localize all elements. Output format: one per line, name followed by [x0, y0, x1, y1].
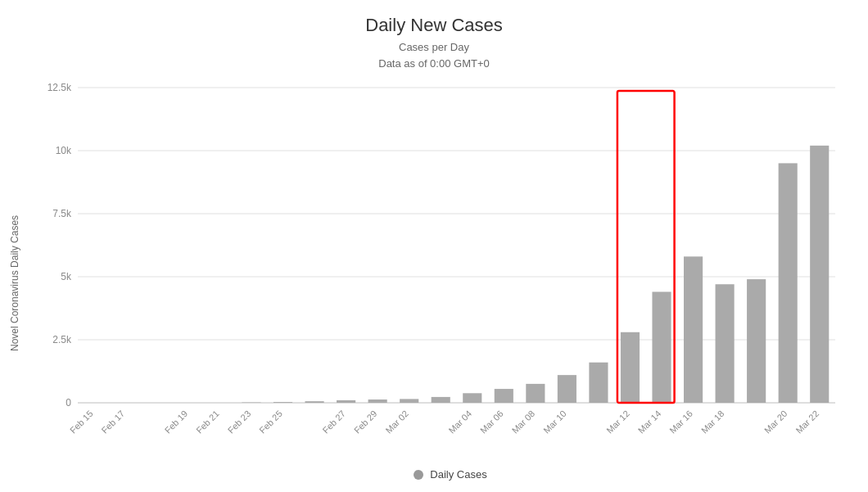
svg-text:Feb 17: Feb 17 [100, 408, 127, 436]
svg-rect-36 [810, 146, 829, 403]
legend-dot [414, 470, 423, 480]
svg-text:Feb 29: Feb 29 [352, 408, 379, 436]
svg-rect-23 [400, 399, 418, 403]
svg-text:10k: 10k [56, 145, 72, 156]
svg-text:Feb 15: Feb 15 [68, 408, 95, 436]
chart-subtitle: Cases per Day Data as of 0:00 GMT+0 [378, 39, 489, 71]
svg-rect-27 [526, 384, 545, 403]
svg-text:Mar 06: Mar 06 [478, 408, 505, 436]
y-axis-label: Novel Coronavirus Daily Cases [0, 79, 33, 487]
svg-text:Feb 21: Feb 21 [194, 408, 221, 436]
legend-label: Daily Cases [430, 468, 486, 481]
legend: Daily Cases [33, 463, 868, 487]
svg-text:Mar 22: Mar 22 [793, 408, 821, 436]
grid-and-bars: 02.5k5k7.5k10k12.5k Feb 15 Feb 17 Feb 19… [33, 79, 852, 463]
svg-text:Feb 23: Feb 23 [226, 408, 253, 436]
svg-rect-21 [337, 400, 355, 403]
svg-rect-34 [747, 279, 766, 403]
svg-text:7.5k: 7.5k [52, 208, 72, 219]
svg-rect-32 [684, 256, 703, 403]
svg-rect-29 [589, 363, 608, 403]
svg-rect-19 [274, 402, 292, 403]
svg-rect-26 [495, 389, 513, 403]
svg-text:Mar 02: Mar 02 [383, 408, 410, 436]
svg-text:Mar 14: Mar 14 [636, 408, 663, 436]
svg-rect-35 [779, 163, 798, 403]
svg-text:0: 0 [66, 397, 71, 408]
svg-rect-25 [463, 393, 481, 403]
svg-text:Mar 16: Mar 16 [667, 408, 694, 436]
svg-rect-33 [716, 284, 735, 403]
svg-text:Mar 04: Mar 04 [446, 408, 473, 436]
svg-rect-24 [432, 397, 450, 403]
svg-text:Feb 19: Feb 19 [163, 408, 190, 436]
svg-rect-28 [558, 375, 576, 403]
svg-rect-31 [652, 291, 671, 403]
svg-text:5k: 5k [61, 271, 72, 282]
svg-text:2.5k: 2.5k [52, 334, 72, 345]
chart-container: Daily New Cases Cases per Day Data as of… [0, 0, 868, 492]
svg-text:Mar 18: Mar 18 [699, 408, 726, 436]
chart-svg: 02.5k5k7.5k10k12.5k Feb 15 Feb 17 Feb 19… [33, 79, 852, 463]
svg-text:Mar 20: Mar 20 [762, 408, 789, 436]
chart-title: Daily New Cases [365, 15, 503, 36]
svg-rect-20 [305, 401, 324, 403]
svg-rect-30 [621, 332, 640, 403]
chart-area: Novel Coronavirus Daily Cases 02.5k5k7.5… [0, 79, 868, 492]
svg-text:Mar 12: Mar 12 [604, 408, 631, 436]
chart-inner: 02.5k5k7.5k10k12.5k Feb 15 Feb 17 Feb 19… [33, 79, 868, 487]
svg-text:Mar 10: Mar 10 [541, 408, 568, 436]
svg-text:Mar 08: Mar 08 [510, 408, 537, 436]
svg-text:12.5k: 12.5k [47, 82, 72, 93]
svg-rect-22 [368, 399, 387, 403]
svg-text:Feb 25: Feb 25 [257, 408, 284, 436]
svg-text:Feb 27: Feb 27 [320, 408, 347, 436]
